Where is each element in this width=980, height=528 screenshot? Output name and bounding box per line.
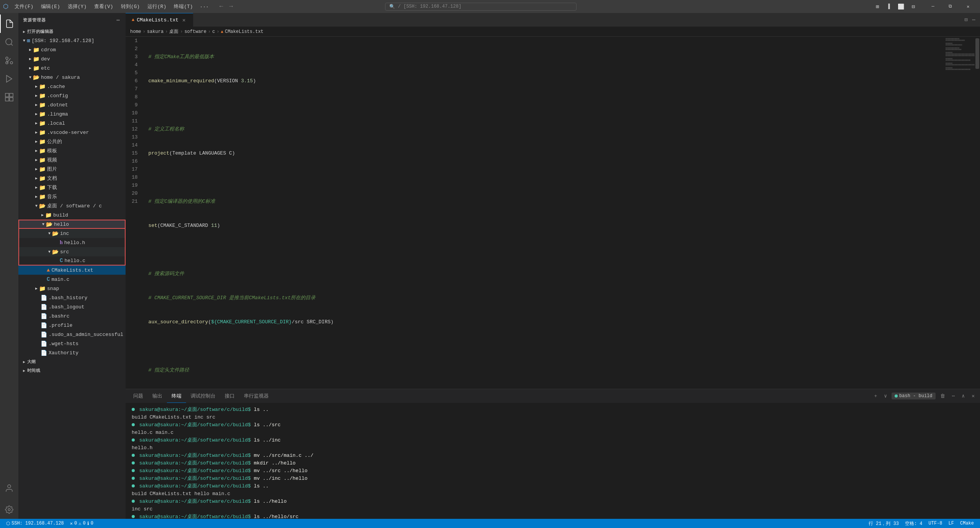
layout2-icon[interactable]: ▐ xyxy=(884,3,893,11)
minimize-button[interactable]: — xyxy=(924,0,942,13)
tree-item-cdrom[interactable]: ▶ 📁 cdrom xyxy=(18,45,126,54)
layout3-icon[interactable]: ⬜ xyxy=(895,3,907,11)
tree-item-xiazai[interactable]: ▶ 📁 下载 xyxy=(18,183,126,192)
status-line-ending[interactable]: LF xyxy=(946,519,957,528)
activity-explorer[interactable] xyxy=(0,15,18,33)
activity-settings[interactable] xyxy=(0,500,18,519)
forward-button[interactable]: → xyxy=(227,2,235,11)
tree-item-sudo-admin[interactable]: 📄 .sudo_as_admin_successful xyxy=(18,330,126,339)
breadcrumb-file[interactable]: CMakeLists.txt xyxy=(225,29,263,34)
panel-tab-serial[interactable]: 串行监视器 xyxy=(239,389,273,403)
layout4-icon[interactable]: ⊟ xyxy=(909,3,918,11)
breadcrumb-desktop[interactable]: 桌面 xyxy=(169,28,178,35)
open-editors-section[interactable]: ▶ 打开的编辑器 xyxy=(18,27,126,36)
back-button[interactable]: ← xyxy=(217,2,225,11)
breadcrumb-sakura[interactable]: sakura xyxy=(147,29,163,34)
tree-item-local[interactable]: ▶ 📁 .local xyxy=(18,119,126,128)
add-terminal-icon[interactable]: + xyxy=(872,393,879,400)
menu-edit[interactable]: 编辑(E) xyxy=(38,2,63,11)
tree-item-src[interactable]: ▼ 📂 src xyxy=(18,247,126,256)
tree-item-desktop-software-c[interactable]: ▼ 📂 桌面 / software / c xyxy=(18,201,126,210)
activity-account[interactable] xyxy=(0,479,18,497)
tree-item-gongong[interactable]: ▶ 📁 公共的 xyxy=(18,137,126,146)
panel-tab-output[interactable]: 输出 xyxy=(148,389,167,403)
panel-tab-debug[interactable]: 调试控制台 xyxy=(186,389,220,403)
tree-item-main-c[interactable]: C main.c xyxy=(18,275,126,284)
code-editor[interactable]: # 指定CMake工具的最低版本 cmake_minimum_required(… xyxy=(142,37,944,389)
panel-tab-problems[interactable]: 问题 xyxy=(129,389,148,403)
tab-cmakelists[interactable]: ▲ CMakeLists.txt ✕ xyxy=(126,13,193,27)
activity-extensions[interactable] xyxy=(0,88,18,106)
status-language[interactable]: CMake xyxy=(957,519,977,528)
tree-item-hello[interactable]: ▼ 📂 hello xyxy=(18,220,126,229)
terminal-dropdown-icon[interactable]: ∨ xyxy=(882,392,889,400)
tree-item-snap[interactable]: ▶ 📁 snap xyxy=(18,284,126,293)
tree-item-bash-logout[interactable]: 📄 .bash_logout xyxy=(18,302,126,311)
status-encoding[interactable]: UTF-8 xyxy=(926,519,946,528)
split-editor-icon[interactable]: ⊟ xyxy=(963,15,969,24)
terminal-content[interactable]: sakura@sakura:~/桌面/software/c/build$ ls … xyxy=(126,403,980,519)
status-spaces[interactable]: 空格: 4 xyxy=(902,519,926,528)
menu-more[interactable]: ... xyxy=(198,2,211,11)
outline-section[interactable]: ▶ 大纲 xyxy=(18,357,126,366)
status-position[interactable]: 行 21，列 33 xyxy=(866,519,902,528)
tree-root[interactable]: ▼ ⊞ [SSH: 192.168.47.128] xyxy=(18,36,126,45)
tree-item-vscode-server[interactable]: ▶ 📁 .vscode-server xyxy=(18,128,126,137)
activity-debug[interactable] xyxy=(0,70,18,88)
tree-item-etc[interactable]: ▶ 📁 etc xyxy=(18,64,126,73)
tree-item-cmakelists[interactable]: ▲ CMakeLists.txt xyxy=(18,266,126,275)
terminal-instance-label[interactable]: bash - build xyxy=(892,393,935,399)
menu-file[interactable]: 文件(F) xyxy=(11,2,36,11)
activity-git[interactable] xyxy=(0,51,18,70)
kill-terminal-icon[interactable]: 🗑 xyxy=(938,393,947,400)
menu-goto[interactable]: 转到(G) xyxy=(118,2,143,11)
more-actions-icon[interactable]: ⋯ xyxy=(971,15,977,24)
tree-item-home-sakura[interactable]: ▼ 📂 home / sakura xyxy=(18,73,126,82)
close-button[interactable]: ✕ xyxy=(959,0,977,13)
maximize-panel-icon[interactable]: ∧ xyxy=(959,392,967,400)
tree-item-cache[interactable]: ▶ 📁 .cache xyxy=(18,82,126,91)
tree-item-wget-hsts[interactable]: 📄 .wget-hsts xyxy=(18,339,126,348)
tree-item-inc[interactable]: ▼ 📂 inc xyxy=(18,229,126,238)
more-terminal-icon[interactable]: ⋯ xyxy=(950,392,957,400)
status-ssh[interactable]: ⬡ SSH: 192.168.47.128 xyxy=(3,519,67,528)
breadcrumb-software[interactable]: software xyxy=(185,29,207,34)
breadcrumb-c[interactable]: c xyxy=(212,29,215,34)
editor-scrollbar[interactable] xyxy=(975,37,980,389)
tree-item-dev[interactable]: ▶ 📁 dev xyxy=(18,54,126,64)
tree-item-yinyue[interactable]: ▶ 📁 音乐 xyxy=(18,192,126,201)
scrollbar-thumb[interactable] xyxy=(975,38,979,69)
tree-item-shipin[interactable]: ▶ 📁 视频 xyxy=(18,155,126,165)
tree-item-profile[interactable]: 📄 .profile xyxy=(18,321,126,330)
timeline-section[interactable]: ▶ 时间线 xyxy=(18,366,126,375)
tree-item-moban[interactable]: ▶ 📁 模板 xyxy=(18,146,126,155)
tree-item-dotnet[interactable]: ▶ 📁 .dotnet xyxy=(18,100,126,109)
tree-item-build[interactable]: ▶ 📁 build xyxy=(18,210,126,220)
search-bar[interactable]: 🔍 / [SSH: 192.168.47.128] xyxy=(385,3,577,11)
panel-tab-port[interactable]: 接口 xyxy=(220,389,239,403)
layout-icon[interactable]: ⊞ xyxy=(873,3,882,11)
maximize-button[interactable]: ⧉ xyxy=(942,0,959,13)
panel-tab-terminal[interactable]: 终端 xyxy=(167,389,186,403)
tree-item-config[interactable]: ▶ 📁 .config xyxy=(18,91,126,100)
tree-item-lingma[interactable]: ▶ 📁 .lingma xyxy=(18,109,126,119)
tree-item-hello-h[interactable]: h hello.h xyxy=(18,238,126,247)
tab-close-button[interactable]: ✕ xyxy=(181,17,187,23)
tree-item-wendang[interactable]: ▶ 📁 文档 xyxy=(18,174,126,183)
tree-item-bashrc[interactable]: 📄 .bashrc xyxy=(18,311,126,321)
new-file-icon[interactable]: ⋯ xyxy=(116,16,121,24)
close-panel-icon[interactable]: ✕ xyxy=(969,392,977,400)
activity-search[interactable] xyxy=(0,33,18,51)
menu-terminal[interactable]: 终端(T) xyxy=(171,2,196,11)
tree-item-hello-c[interactable]: C hello.c xyxy=(18,256,126,266)
tree-item-tupian[interactable]: ▶ 📁 图片 xyxy=(18,165,126,174)
status-errors[interactable]: ✕ 0 ⚠ 0 ℹ 0 xyxy=(67,519,96,528)
menu-run[interactable]: 运行(R) xyxy=(144,2,169,11)
breadcrumb-home[interactable]: home xyxy=(130,29,141,34)
menu-select[interactable]: 选择(Y) xyxy=(65,2,90,11)
cmd-text: ls ../hello/src xyxy=(254,514,299,519)
tree-item-bash-history[interactable]: 📄 .bash_history xyxy=(18,293,126,302)
tree-item-xauthority[interactable]: 📄 Xauthority xyxy=(18,348,126,357)
folder-icon: 📁 xyxy=(39,184,46,191)
menu-view[interactable]: 查看(V) xyxy=(91,2,116,11)
